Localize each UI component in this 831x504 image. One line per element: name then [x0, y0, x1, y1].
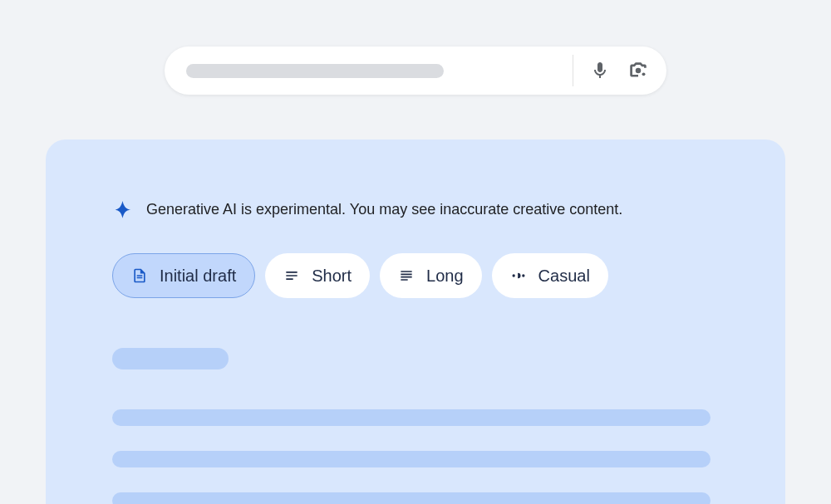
chip-label: Casual	[538, 267, 590, 286]
search-bar[interactable]	[165, 46, 666, 95]
chip-label: Short	[312, 267, 352, 286]
skeleton-line	[112, 451, 711, 467]
chip-casual[interactable]: Casual	[492, 253, 608, 298]
svg-point-3	[522, 274, 524, 276]
chip-initial-draft[interactable]: Initial draft	[112, 253, 255, 298]
chip-long[interactable]: Long	[380, 253, 482, 298]
short-text-icon	[283, 267, 300, 284]
svg-point-0	[636, 68, 642, 74]
search-placeholder	[186, 64, 444, 78]
sparkle-icon	[112, 199, 133, 220]
svg-point-2	[512, 274, 514, 276]
camera-lens-icon[interactable]	[627, 59, 650, 82]
casual-icon	[510, 267, 527, 284]
search-container	[0, 0, 831, 95]
chip-short[interactable]: Short	[265, 253, 370, 298]
notice-row: Generative AI is experimental. You may s…	[112, 199, 719, 220]
skeleton-line	[112, 409, 711, 426]
search-divider	[573, 55, 573, 86]
microphone-icon[interactable]	[588, 59, 612, 82]
chips-row: Initial draft Short Long	[112, 253, 719, 298]
chip-label: Initial draft	[160, 267, 236, 286]
skeleton-line	[112, 492, 711, 504]
svg-point-1	[642, 72, 646, 76]
generative-ai-card: Generative AI is experimental. You may s…	[46, 139, 785, 504]
document-icon	[131, 267, 148, 284]
long-text-icon	[398, 267, 415, 284]
notice-text: Generative AI is experimental. You may s…	[146, 201, 622, 218]
skeleton-heading	[112, 348, 229, 369]
chip-label: Long	[426, 267, 464, 286]
